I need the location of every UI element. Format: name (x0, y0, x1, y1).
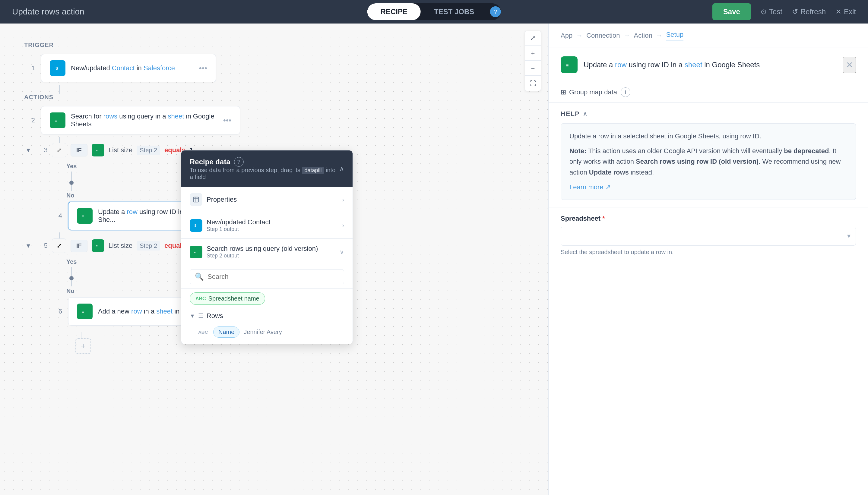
expand-3[interactable]: ▼ (24, 147, 33, 154)
properties-label: Properties (206, 195, 338, 204)
contact-header[interactable]: S New/updated Contact Step 1 output › (181, 212, 353, 238)
trigger-label: TRIGGER (24, 41, 524, 49)
step-1-menu[interactable]: ••• (199, 64, 207, 73)
exit-icon: ✕ (835, 7, 841, 16)
field-abc-name: ABC (198, 329, 209, 335)
popup-section-contact: S New/updated Contact Step 1 output › (181, 212, 353, 239)
add-step-button[interactable]: + (76, 338, 91, 354)
help-note: Note: This action uses an older Google A… (569, 146, 847, 177)
if-row-3: ▼ 3 ⤢ IF ≡ List size Step 2 equals 1 (24, 143, 193, 157)
rows-section: ▼ ☰ Rows ABC Name Jennifer Avery ABC Ema… (181, 308, 353, 344)
searchrows-icon: ≡ (190, 246, 202, 258)
spreadsheet-name-pill[interactable]: ABC Spreadsheet name (190, 292, 265, 305)
popup-collapse-button[interactable]: ∧ (339, 165, 344, 173)
yes-branch-3: Yes (66, 163, 77, 191)
group-map-button[interactable]: ⊞ Group map data (561, 88, 617, 96)
contact-label: New/updated Contact (206, 218, 338, 226)
expand-5[interactable]: ▼ (24, 242, 33, 249)
connector-2 (59, 137, 60, 143)
step-card-1[interactable]: S New/updated Contact in Salesforce ••• (41, 54, 216, 82)
popup-section-properties: Properties › (181, 187, 353, 212)
popup-body: Properties › S New/updated Contact Step … (181, 187, 353, 344)
step-row-2: 2 ≡ Search for rows using query in a she… (24, 106, 524, 134)
svg-text:≡: ≡ (194, 251, 196, 254)
step-2-menu[interactable]: ••• (223, 116, 231, 125)
test-icon: ⊙ (761, 7, 767, 16)
name-value: Jennifer Avery (244, 329, 282, 336)
popup-section-searchrows: ≡ Search rows using query (old version) … (181, 239, 353, 344)
nav-connection[interactable]: Connection (586, 32, 620, 39)
exit-link[interactable]: ✕ Exit (835, 7, 856, 16)
spreadsheet-select[interactable] (561, 227, 856, 246)
popup-title: Recipe data ? (190, 157, 339, 167)
search-input-wrap: 🔍 (190, 269, 344, 284)
rows-list-icon: ☰ (198, 312, 204, 320)
searchrows-sublabel: Step 2 output (206, 253, 335, 259)
refresh-link[interactable]: ↺ Refresh (792, 7, 826, 16)
spreadsheet-select-wrapper: ▾ (561, 227, 856, 246)
popup-hint: To use data from a previous step, drag i… (190, 167, 339, 181)
sheets-icon-4: ≡ (77, 208, 93, 224)
datapill-row: ABC Spreadsheet name (181, 289, 353, 308)
sheets-icon-2: ≡ (50, 113, 65, 128)
sheets-icon-3: ≡ (92, 144, 104, 156)
svg-text:≡: ≡ (82, 214, 84, 219)
page-title: Update rows action (12, 7, 712, 17)
add-step-area: + (76, 332, 91, 354)
contact-sublabel: Step 1 output (206, 226, 338, 233)
if-icon-3: ⤢ (52, 143, 66, 157)
tab-recipe[interactable]: RECIPE (367, 3, 421, 20)
group-map-info-icon[interactable]: i (621, 87, 630, 97)
if-badge-5: IF (70, 240, 87, 252)
searchrows-label: Search rows using query (old version) (206, 245, 335, 253)
step-num-2: 2 (24, 116, 35, 124)
nav-setup[interactable]: Setup (666, 31, 684, 40)
datapill-hint: datapill (302, 167, 324, 174)
refresh-icon: ↺ (792, 7, 798, 16)
properties-icon (190, 193, 202, 206)
topbar: Update rows action RECIPE TEST JOBS ? Sa… (0, 0, 868, 23)
if-icon-5: ⤢ (52, 238, 66, 253)
spreadsheet-hint: Select the spreadsheet to update a row i… (561, 249, 856, 256)
nav-arrow-1: → (576, 32, 583, 39)
popup-title-area: Recipe data ? To use data from a previou… (190, 157, 339, 181)
help-badge[interactable]: ? (490, 6, 501, 17)
save-button[interactable]: Save (712, 3, 751, 20)
row-field-name: ABC Name Jennifer Avery (190, 323, 344, 341)
nav-action[interactable]: Action (634, 32, 652, 39)
email-pill[interactable]: Email (213, 344, 238, 344)
svg-text:≡: ≡ (55, 118, 57, 123)
step-num-3: 3 (37, 146, 48, 154)
step-num-5: 5 (37, 242, 48, 250)
if-badge-3: IF (70, 144, 87, 156)
group-map-bar: ⊞ Group map data i (549, 82, 868, 103)
panel-close-button[interactable]: ✕ (843, 57, 856, 73)
learn-more-link[interactable]: Learn more ↗ (569, 183, 611, 191)
nav-arrow-2: → (623, 32, 630, 39)
svg-rect-12 (194, 197, 199, 202)
searchrows-chevron: ∨ (339, 249, 344, 256)
help-header[interactable]: HELP ∧ (561, 110, 856, 118)
properties-header[interactable]: Properties › (181, 187, 353, 212)
yes-label-3: Yes (66, 163, 77, 170)
nav-app[interactable]: App (561, 32, 572, 39)
rows-collapse-icon: ▼ (190, 313, 195, 319)
step-1-text: New/updated Contact in Salesforce (71, 64, 194, 72)
main-layout: ⤢ + − ⛶ TRIGGER 1 S New/updated Contact … (0, 23, 868, 495)
name-pill[interactable]: Name (213, 326, 239, 338)
panel-nav: App → Connection → Action → Setup (549, 23, 868, 48)
test-link[interactable]: ⊙ Test (761, 7, 782, 16)
pill-label-1: Spreadsheet name (208, 295, 260, 302)
tab-testjobs[interactable]: TEST JOBS (421, 3, 487, 20)
popup-header: Recipe data ? To use data from a previou… (181, 150, 353, 187)
rows-header[interactable]: ▼ ☰ Rows (190, 308, 344, 323)
help-collapse-icon: ∧ (583, 110, 587, 118)
recipe-info-icon[interactable]: ? (234, 157, 244, 167)
recipe-data-popup: Recipe data ? To use data from a previou… (181, 150, 353, 344)
popup-search-area: 🔍 (181, 265, 353, 289)
tab-group: RECIPE TEST JOBS ? (367, 3, 501, 20)
step-card-2[interactable]: ≡ Search for rows using query in a sheet… (41, 106, 240, 134)
searchrows-header[interactable]: ≡ Search rows using query (old version) … (181, 239, 353, 265)
search-input[interactable] (207, 273, 339, 281)
if-label-3: List size (108, 146, 132, 154)
